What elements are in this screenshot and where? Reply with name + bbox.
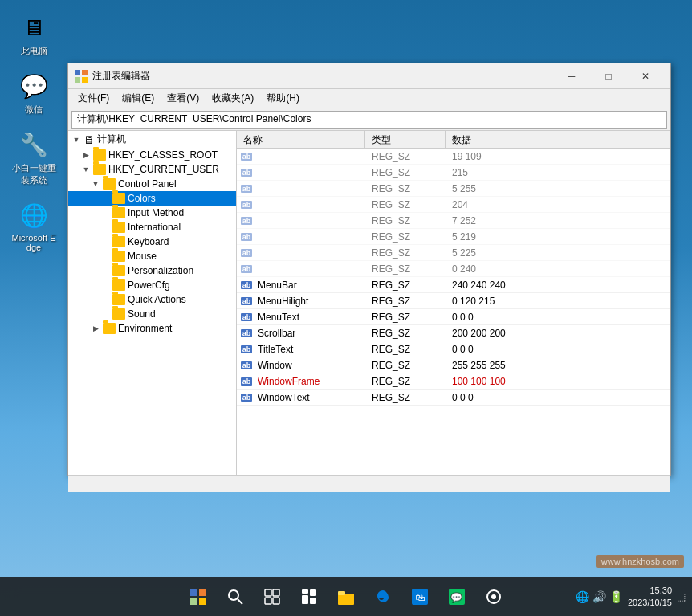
folder-icon-mouse bbox=[112, 251, 125, 262]
svg-text:💬: 💬 bbox=[450, 591, 462, 603]
desktop-icon-edge[interactable]: 🌐 Microsoft Edge bbox=[8, 196, 59, 255]
expand-icon-quick bbox=[100, 295, 110, 304]
table-row[interactable]: ab REG_SZ 5 219 bbox=[237, 229, 670, 245]
regedit-window: 注册表编辑器 ─ □ ✕ 文件(F) 编辑(E) 查看(V) 收藏夹(A) 帮助… bbox=[67, 63, 671, 476]
menu-file[interactable]: 文件(F) bbox=[71, 90, 116, 108]
val-type: REG_SZ bbox=[368, 231, 449, 243]
svg-rect-14 bbox=[302, 589, 308, 594]
volume-icon[interactable]: 🔊 bbox=[592, 590, 606, 603]
tree-quick[interactable]: Quick Actions bbox=[68, 292, 236, 307]
menu-favorites[interactable]: 收藏夹(A) bbox=[206, 90, 260, 108]
menu-edit[interactable]: 编辑(E) bbox=[116, 90, 161, 108]
table-row[interactable]: ab REG_SZ 7 252 bbox=[237, 213, 670, 229]
table-row-menubar[interactable]: ab MenuBar REG_SZ 240 240 240 bbox=[237, 277, 670, 293]
tree-sound[interactable]: Sound bbox=[68, 307, 236, 321]
expand-icon-cp: ▼ bbox=[91, 179, 100, 189]
sys-tray: 🌐 🔊 🔋 bbox=[576, 590, 623, 603]
table-row-titletext[interactable]: ab TitleText REG_SZ 0 0 0 bbox=[237, 341, 670, 357]
table-row[interactable]: ab REG_SZ 0 240 bbox=[237, 261, 670, 277]
table-row[interactable]: ab REG_SZ 215 bbox=[237, 165, 670, 181]
table-row[interactable]: ab REG_SZ 204 bbox=[237, 197, 670, 213]
table-row[interactable]: ab REG_SZ 5 225 bbox=[237, 245, 670, 261]
desktop-icon-wechat[interactable]: 💬 微信 bbox=[8, 67, 59, 119]
reg-icon: ab bbox=[240, 165, 254, 181]
table-row-menuhilight[interactable]: ab MenuHilight REG_SZ 0 120 215 bbox=[237, 293, 670, 309]
folder-icon-hkcr bbox=[93, 149, 106, 161]
tree-input[interactable]: Input Method bbox=[68, 206, 236, 220]
network-icon[interactable]: 🌐 bbox=[576, 590, 589, 603]
window-controls: ─ □ ✕ bbox=[553, 63, 664, 89]
val-data: 215 bbox=[449, 167, 670, 178]
tree-power[interactable]: PowerCfg bbox=[68, 278, 236, 292]
desktop-icon-this-pc[interactable]: 🖥 此电脑 bbox=[8, 8, 59, 60]
table-row-scrollbar[interactable]: ab Scrollbar REG_SZ 200 200 200 bbox=[237, 325, 670, 341]
menubar-name: MenuBar bbox=[254, 279, 368, 291]
windowtext-name: WindowText bbox=[254, 392, 368, 403]
tree-intl[interactable]: International bbox=[68, 220, 236, 235]
battery-icon[interactable]: 🔋 bbox=[609, 590, 623, 603]
tree-hkcu[interactable]: ▼ HKEY_CURRENT_USER bbox=[68, 162, 236, 177]
expand-icon: ▼ bbox=[71, 135, 81, 145]
reg-icon: ab bbox=[240, 197, 254, 213]
start-button[interactable] bbox=[181, 579, 216, 614]
table-row-window[interactable]: ab Window REG_SZ 255 255 255 bbox=[237, 357, 670, 373]
widgets-button[interactable] bbox=[291, 579, 327, 614]
tree-kbd[interactable]: Keyboard bbox=[68, 235, 236, 249]
svg-rect-2 bbox=[75, 77, 80, 83]
tree-mouse[interactable]: Mouse bbox=[68, 249, 236, 263]
address-input[interactable] bbox=[71, 111, 667, 129]
explorer-button[interactable] bbox=[328, 579, 364, 614]
menubar-type: REG_SZ bbox=[368, 279, 449, 291]
expand-icon-intl bbox=[100, 222, 110, 232]
svg-rect-11 bbox=[273, 589, 279, 596]
table-row-windowframe[interactable]: ab WindowFrame REG_SZ 100 100 100 bbox=[237, 373, 670, 390]
table-row[interactable]: ab REG_SZ 5 255 bbox=[237, 181, 670, 197]
reg-sz-icon: ab bbox=[240, 357, 254, 373]
tree-colors[interactable]: Colors bbox=[68, 191, 236, 206]
table-row[interactable]: ab REG_SZ 19 109 bbox=[237, 149, 670, 165]
menutext-type: REG_SZ bbox=[368, 312, 449, 323]
val-type: REG_SZ bbox=[368, 151, 449, 162]
table-row-menutext[interactable]: ab MenuText REG_SZ 0 0 0 bbox=[237, 309, 670, 325]
taskbar-clock[interactable]: 15:30 2023/10/15 bbox=[628, 585, 672, 610]
expand-icon-hkcr: ▶ bbox=[81, 150, 91, 160]
scrollbar-name: Scrollbar bbox=[254, 328, 368, 339]
window-title: 注册表编辑器 bbox=[92, 69, 553, 83]
edge-taskbar-button[interactable] bbox=[365, 579, 401, 614]
watermark: www.hnzkhosb.com bbox=[596, 555, 684, 568]
reg-sz-icon: ab bbox=[240, 277, 254, 293]
env-label: Environment bbox=[118, 323, 172, 334]
close-button[interactable]: ✕ bbox=[627, 63, 664, 89]
svg-rect-6 bbox=[190, 598, 197, 605]
scrollbar-type: REG_SZ bbox=[368, 328, 449, 339]
settings-button[interactable] bbox=[476, 579, 511, 614]
tree-computer[interactable]: ▼ 🖥 计算机 bbox=[68, 131, 236, 148]
expand-icon-person bbox=[100, 266, 110, 275]
folder-icon-power bbox=[112, 279, 125, 291]
taskbar: 🛍 💬 🌐 🔊 🔋 bbox=[0, 577, 692, 616]
menu-view[interactable]: 查看(V) bbox=[161, 90, 206, 108]
reg-sz-icon: ab bbox=[240, 325, 254, 341]
val-data: 7 252 bbox=[449, 215, 670, 226]
desktop-icon-xiaobai[interactable]: 🔧 小白一键重装系统 bbox=[8, 125, 59, 190]
table-row-windowtext[interactable]: ab WindowText REG_SZ 0 0 0 bbox=[237, 390, 670, 406]
wechat-taskbar-button[interactable]: 💬 bbox=[439, 579, 474, 614]
folder-icon-kbd bbox=[112, 236, 125, 247]
tree-hkcr[interactable]: ▶ HKEY_CLASSES_ROOT bbox=[68, 148, 236, 162]
task-view-button[interactable] bbox=[254, 579, 290, 614]
store-button[interactable]: 🛍 bbox=[402, 579, 438, 614]
tree-person[interactable]: Personalization bbox=[68, 263, 236, 278]
minimize-button[interactable]: ─ bbox=[553, 63, 590, 89]
titletext-type: REG_SZ bbox=[368, 344, 449, 355]
power-label: PowerCfg bbox=[128, 279, 170, 291]
search-button[interactable] bbox=[218, 579, 253, 614]
show-desktop-button[interactable]: ⬚ bbox=[677, 591, 686, 602]
tree-env[interactable]: ▶ Environment bbox=[68, 321, 236, 336]
folder-icon-env bbox=[103, 323, 116, 334]
tree-cp[interactable]: ▼ Control Panel bbox=[68, 177, 236, 191]
maximize-button[interactable]: □ bbox=[590, 63, 627, 89]
menu-help[interactable]: 帮助(H) bbox=[260, 90, 306, 108]
svg-rect-18 bbox=[338, 594, 354, 605]
input-label: Input Method bbox=[128, 207, 184, 218]
menuhilight-name: MenuHilight bbox=[254, 296, 368, 307]
